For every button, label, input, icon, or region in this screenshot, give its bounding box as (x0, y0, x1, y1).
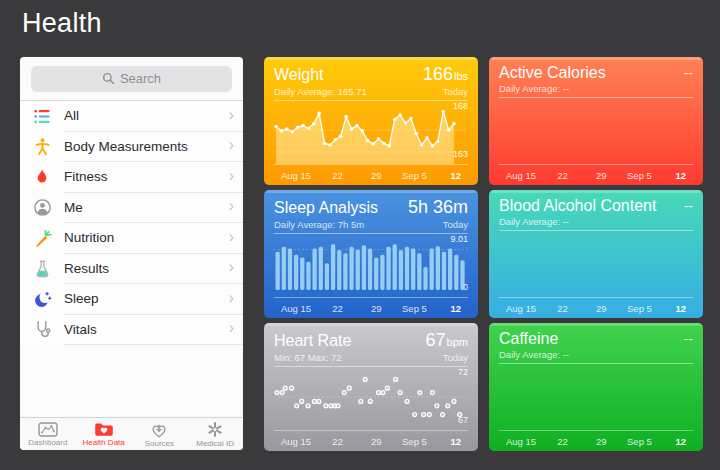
sidebar-item-all[interactable]: All› (20, 101, 243, 132)
tab-label: Dashboard (28, 438, 67, 447)
tab-sources[interactable]: Sources (132, 418, 188, 450)
tab-bar: Dashboard Health Data Sources (20, 417, 243, 450)
card-value: 67 (426, 330, 446, 350)
sidebar-item-label: All (64, 108, 79, 123)
heart-rate-card[interactable]: Heart Rate 67bpm Min: 67 Max: 72 Today 7… (264, 323, 478, 451)
x-tick: 29 (596, 303, 607, 314)
x-axis: Aug 15 22 29 Sep 5 12 (274, 430, 468, 451)
tab-label: Health Data (83, 438, 125, 447)
card-value-group: -- (684, 330, 693, 348)
x-tick: 12 (450, 170, 461, 181)
medical-id-icon (205, 421, 225, 438)
x-tick: Sep 5 (627, 170, 652, 181)
health-data-list: All› Body Measurements› Fitness› (20, 101, 243, 345)
chevron-right-icon: › (229, 229, 234, 245)
chevron-right-icon: › (229, 137, 234, 153)
card-separator (274, 366, 468, 367)
x-tick: 29 (371, 303, 382, 314)
sidebar-item-label: Nutrition (64, 230, 114, 245)
card-separator (499, 230, 693, 231)
sidebar-item-label: Body Measurements (64, 139, 188, 154)
x-tick: Sep 5 (402, 170, 427, 181)
card-title: Caffeine (499, 330, 558, 348)
x-tick: 12 (450, 303, 461, 314)
card-value-group: 166lbs (423, 64, 468, 85)
x-tick: 22 (332, 170, 343, 181)
flame-icon (31, 166, 53, 188)
moon-icon (31, 288, 53, 310)
card-daily-average: Daily Average: -- (499, 349, 569, 360)
card-title: Active Calories (499, 64, 606, 82)
heart-rate-chart: 72 67 (274, 369, 468, 430)
sidebar-item-label: Sleep (64, 291, 99, 306)
sources-icon (149, 421, 169, 438)
chevron-right-icon: › (229, 168, 234, 184)
x-tick: 22 (332, 303, 343, 314)
sidebar-item-fitness[interactable]: Fitness› (20, 162, 243, 193)
chevron-right-icon: › (229, 320, 234, 336)
search-input[interactable]: Search (31, 66, 232, 92)
card-period: Today (443, 352, 468, 363)
sleep-chart: 9.01 0 (274, 236, 468, 297)
x-axis: Aug 15 22 29 Sep 5 12 (499, 430, 693, 451)
x-tick: Aug 15 (281, 170, 311, 181)
card-value: 166 (423, 64, 453, 84)
sidebar-item-body-measurements[interactable]: Body Measurements› (20, 132, 243, 163)
card-value-group: 5h 36m (408, 197, 468, 218)
sidebar-item-me[interactable]: Me› (20, 193, 243, 224)
card-unit: bpm (447, 336, 468, 348)
card-separator (274, 233, 468, 234)
x-tick: 22 (557, 436, 568, 447)
x-tick: Aug 15 (281, 436, 311, 447)
card-title: Heart Rate (274, 332, 351, 350)
sidebar-item-label: Me (64, 200, 83, 215)
card-value: -- (684, 331, 693, 347)
caffeine-card[interactable]: Caffeine -- Daily Average: -- Aug 15 22 … (489, 323, 703, 451)
card-separator (274, 100, 468, 101)
person-icon (31, 197, 53, 219)
stethoscope-icon (31, 319, 53, 341)
tab-health-data[interactable]: Health Data (76, 418, 132, 450)
list-icon (31, 105, 53, 127)
x-tick: Aug 15 (506, 436, 536, 447)
tab-dashboard[interactable]: Dashboard (20, 418, 76, 450)
tab-label: Medical ID (196, 439, 234, 448)
chevron-right-icon: › (229, 198, 234, 214)
chevron-right-icon: › (229, 290, 234, 306)
x-tick: Sep 5 (627, 436, 652, 447)
tab-medical-id[interactable]: Medical ID (187, 418, 243, 450)
sidebar-item-sleep[interactable]: Sleep› (20, 284, 243, 315)
card-daily-average: Daily Average: 7h 5m (274, 219, 364, 230)
x-tick: 22 (557, 303, 568, 314)
sleep-analysis-card[interactable]: Sleep Analysis 5h 36m Daily Average: 7h … (264, 190, 478, 318)
tab-label: Sources (145, 439, 174, 448)
empty-chart-area (499, 369, 693, 430)
sidebar-item-label: Results (64, 261, 109, 276)
sidebar-item-label: Fitness (64, 169, 108, 184)
health-data-icon (94, 422, 114, 437)
x-tick: 12 (450, 436, 461, 447)
card-period: Today (443, 219, 468, 230)
empty-chart-area (499, 236, 693, 297)
x-axis: Aug 15 22 29 Sep 5 12 (499, 297, 693, 318)
x-tick: 29 (371, 436, 382, 447)
card-title: Weight (274, 66, 324, 84)
carrot-icon (31, 227, 53, 249)
weight-chart: 168 163 (274, 103, 468, 164)
weight-card[interactable]: Weight 166lbs Daily Average: 165.71 Toda… (264, 57, 478, 185)
x-tick: Sep 5 (402, 436, 427, 447)
x-axis: Aug 15 22 29 Sep 5 12 (274, 297, 468, 318)
card-value: 5h 36m (408, 197, 468, 217)
sidebar-item-results[interactable]: Results› (20, 254, 243, 285)
x-tick: Sep 5 (402, 303, 427, 314)
active-calories-card[interactable]: Active Calories -- Daily Average: -- Aug… (489, 57, 703, 185)
blood-alcohol-card[interactable]: Blood Alcohol Content -- Daily Average: … (489, 190, 703, 318)
search-bar-row: Search (20, 57, 243, 101)
card-separator (499, 97, 693, 98)
sidebar-item-nutrition[interactable]: Nutrition› (20, 223, 243, 254)
x-tick: 12 (675, 303, 686, 314)
x-axis: Aug 15 22 29 Sep 5 12 (499, 164, 693, 185)
flask-icon (31, 258, 53, 280)
sidebar-item-vitals[interactable]: Vitals› (20, 315, 243, 346)
x-tick: Aug 15 (506, 170, 536, 181)
